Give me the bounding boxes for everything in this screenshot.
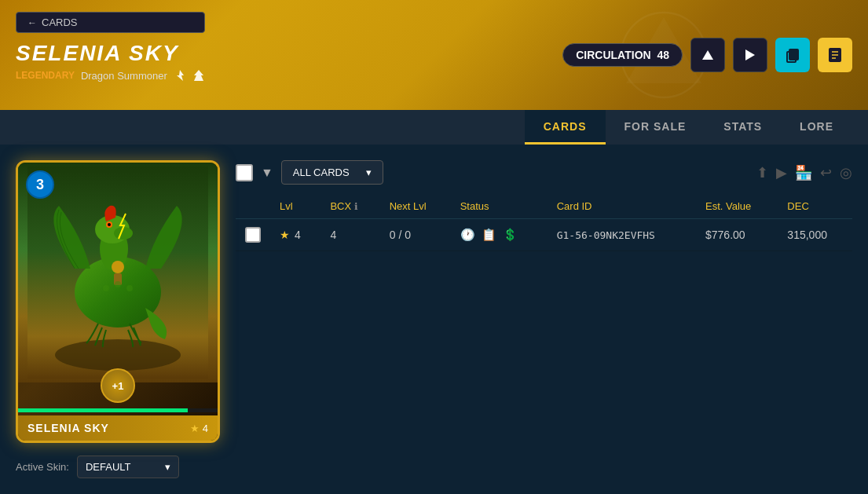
circulation-count: 48 bbox=[657, 49, 669, 61]
dropdown-chevron-icon: ▾ bbox=[366, 166, 372, 178]
nav-tabs: CARDS FOR SALE STATS LORE bbox=[0, 110, 868, 145]
back-arrow-icon: ← bbox=[27, 17, 37, 28]
row-lvl: ★ 4 bbox=[270, 219, 320, 251]
status-history-icon[interactable]: 🕐 bbox=[460, 228, 475, 242]
svg-point-18 bbox=[112, 261, 124, 273]
tab-stats[interactable]: STATS bbox=[705, 110, 781, 145]
tab-lore[interactable]: LORE bbox=[781, 110, 852, 145]
cards-table: Lvl BCX ℹ Next Lvl Status Card ID bbox=[236, 194, 852, 251]
table-row: ★ 4 4 0 / 0 🕐 📋 💲 G1-56-09 bbox=[236, 219, 852, 251]
svg-marker-1 bbox=[177, 70, 184, 81]
skin-dropdown[interactable]: DEFAULT ▾ bbox=[77, 456, 179, 478]
svg-point-11 bbox=[55, 339, 181, 371]
copy-button[interactable] bbox=[775, 38, 810, 72]
circulation-badge: CIRCULATION 48 bbox=[562, 43, 683, 67]
xp-bar-container bbox=[18, 408, 218, 412]
card-name-text: SELENIA SKY bbox=[27, 422, 109, 434]
svg-point-22 bbox=[126, 285, 133, 291]
tab-cards[interactable]: CARDS bbox=[525, 110, 606, 145]
skin-value: DEFAULT bbox=[86, 461, 131, 473]
svg-point-21 bbox=[115, 281, 121, 287]
row-checkbox-cell bbox=[236, 219, 270, 251]
col-next-lvl: Next Lvl bbox=[380, 194, 451, 219]
star-count: 4 bbox=[203, 423, 208, 434]
xp-bar bbox=[18, 408, 188, 412]
svg-rect-4 bbox=[789, 49, 798, 60]
status-copy-icon[interactable]: 📋 bbox=[482, 228, 496, 242]
card-star-level: ★ 4 bbox=[190, 423, 208, 434]
water-element-icon bbox=[192, 69, 205, 82]
card-image-section: 3 bbox=[16, 160, 220, 478]
bcx-info-icon[interactable]: ℹ bbox=[354, 201, 358, 212]
return-icon[interactable]: ↩ bbox=[820, 164, 832, 181]
row-bcx: 4 bbox=[320, 219, 379, 251]
col-card-id: Card ID bbox=[548, 194, 696, 219]
col-dec: DEC bbox=[778, 194, 852, 219]
card-subtitle: LEGENDARY Dragon Summoner bbox=[16, 69, 205, 82]
svg-marker-2 bbox=[194, 70, 203, 81]
col-status: Status bbox=[451, 194, 548, 219]
burn-icon[interactable]: ◎ bbox=[840, 164, 852, 181]
card-title: SELENIA SKY bbox=[16, 41, 205, 66]
triangle-up-button[interactable] bbox=[690, 38, 725, 72]
back-button[interactable]: ← CARDS bbox=[16, 12, 205, 33]
col-est-value: Est. Value bbox=[696, 194, 778, 219]
triangle-right-button[interactable] bbox=[733, 38, 767, 72]
row-card-id: G1-56-09NK2EVFHS bbox=[548, 219, 696, 251]
select-all-checkbox[interactable] bbox=[236, 164, 253, 181]
svg-point-20 bbox=[103, 285, 109, 291]
row-checkbox[interactable] bbox=[245, 227, 261, 243]
card-illustration bbox=[27, 166, 208, 379]
card-role: Dragon Summoner bbox=[81, 70, 167, 82]
row-star-icon: ★ bbox=[280, 229, 290, 241]
row-est-value: $776.00 bbox=[696, 219, 778, 251]
row-next-lvl: 0 / 0 bbox=[380, 219, 451, 251]
status-price-icon[interactable]: 💲 bbox=[503, 228, 518, 242]
table-toolbar: ▼ ALL CARDS ▾ ⬆ ▶ 🏪 ↩ ◎ bbox=[236, 160, 852, 185]
transfer-icon[interactable]: ⬆ bbox=[756, 164, 768, 181]
send-icon[interactable]: ▶ bbox=[776, 164, 787, 181]
triangle-up-icon bbox=[702, 50, 713, 60]
header: ← CARDS SELENIA SKY LEGENDARY Dragon Sum… bbox=[0, 0, 868, 110]
skin-selector: Active Skin: DEFAULT ▾ bbox=[16, 456, 179, 478]
filter-icon[interactable]: ▼ bbox=[261, 166, 273, 180]
card-frame: 3 bbox=[16, 160, 220, 443]
table-section: ▼ ALL CARDS ▾ ⬆ ▶ 🏪 ↩ ◎ Lvl bbox=[236, 160, 852, 478]
skin-chevron-icon: ▾ bbox=[165, 461, 170, 473]
tab-for-sale[interactable]: FOR SALE bbox=[606, 110, 705, 145]
fire-element-icon bbox=[174, 69, 186, 82]
filter-label: ALL CARDS bbox=[293, 166, 350, 178]
circulation-label: CIRCULATION bbox=[576, 49, 650, 61]
bonus-badge: +1 bbox=[101, 368, 135, 403]
book-button[interactable] bbox=[818, 38, 852, 72]
triangle-right-icon bbox=[745, 49, 755, 60]
back-label: CARDS bbox=[42, 16, 78, 28]
star-icon: ★ bbox=[190, 423, 200, 434]
rarity-badge: LEGENDARY bbox=[16, 70, 75, 81]
card-name-bar: SELENIA SKY ★ 4 bbox=[18, 415, 218, 441]
sell-icon[interactable]: 🏪 bbox=[795, 164, 812, 181]
all-cards-dropdown[interactable]: ALL CARDS ▾ bbox=[281, 160, 383, 185]
toolbar-icons: ⬆ ▶ 🏪 ↩ ◎ bbox=[756, 164, 852, 181]
book-icon bbox=[826, 46, 844, 64]
card-level-badge: 3 bbox=[26, 170, 54, 199]
row-dec: 315,000 bbox=[778, 219, 852, 251]
copy-icon bbox=[785, 47, 800, 63]
col-bcx: BCX ℹ bbox=[320, 194, 379, 219]
table-header-row: Lvl BCX ℹ Next Lvl Status Card ID bbox=[236, 194, 852, 219]
row-status: 🕐 📋 💲 bbox=[451, 219, 548, 251]
main-content: 3 bbox=[0, 145, 868, 494]
col-lvl: Lvl bbox=[270, 194, 320, 219]
col-select bbox=[236, 194, 270, 219]
svg-point-17 bbox=[108, 223, 111, 226]
skin-label: Active Skin: bbox=[16, 461, 69, 473]
